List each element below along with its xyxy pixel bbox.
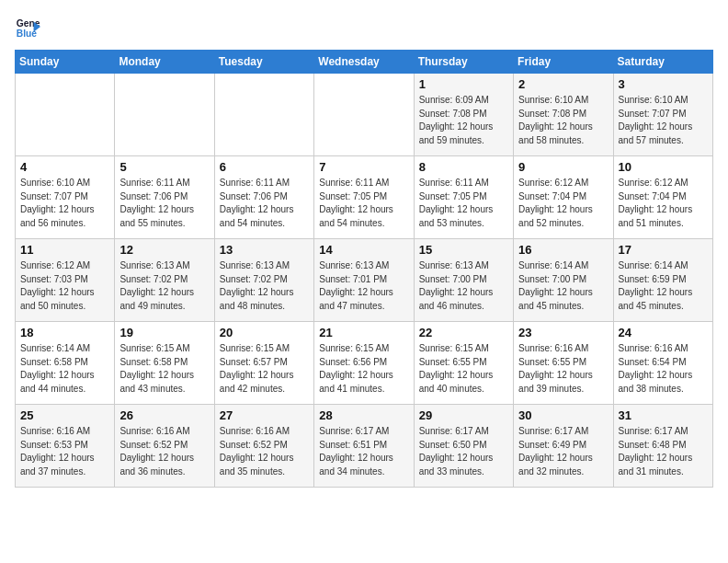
calendar-cell: 2Sunrise: 6:10 AMSunset: 7:08 PMDaylight… <box>514 74 613 156</box>
day-number: 12 <box>119 243 209 257</box>
day-detail: Sunrise: 6:11 AMSunset: 7:06 PMDaylight:… <box>119 177 209 230</box>
calendar-body: 1Sunrise: 6:09 AMSunset: 7:08 PMDaylight… <box>16 74 713 488</box>
day-detail: Sunrise: 6:13 AMSunset: 7:00 PMDaylight:… <box>419 259 508 313</box>
day-number: 2 <box>518 77 608 91</box>
weekday-header-sunday: Sunday <box>16 51 115 74</box>
day-detail: Sunrise: 6:17 AMSunset: 6:49 PMDaylight:… <box>518 425 608 478</box>
day-number: 23 <box>518 326 608 339</box>
day-detail: Sunrise: 6:15 AMSunset: 6:57 PMDaylight:… <box>220 342 309 396</box>
calendar-cell: 5Sunrise: 6:11 AMSunset: 7:06 PMDaylight… <box>115 156 214 239</box>
weekday-header-friday: Friday <box>514 51 613 74</box>
day-detail: Sunrise: 6:14 AMSunset: 6:59 PMDaylight:… <box>619 259 708 313</box>
day-detail: Sunrise: 6:15 AMSunset: 6:55 PMDaylight:… <box>419 342 508 396</box>
calendar-cell: 16Sunrise: 6:14 AMSunset: 7:00 PMDayligh… <box>514 239 613 322</box>
day-number: 17 <box>619 243 708 257</box>
day-number: 25 <box>20 408 109 422</box>
calendar-cell: 27Sunrise: 6:16 AMSunset: 6:52 PMDayligh… <box>214 405 313 488</box>
calendar-week-row: 1Sunrise: 6:09 AMSunset: 7:08 PMDaylight… <box>16 74 713 156</box>
weekday-header-monday: Monday <box>115 51 214 74</box>
calendar-week-row: 11Sunrise: 6:12 AMSunset: 7:03 PMDayligh… <box>16 239 713 322</box>
day-number: 6 <box>220 160 309 174</box>
calendar-cell <box>314 74 414 156</box>
day-detail: Sunrise: 6:12 AMSunset: 7:04 PMDaylight:… <box>518 177 608 230</box>
day-number: 20 <box>220 326 309 339</box>
calendar-cell: 26Sunrise: 6:16 AMSunset: 6:52 PMDayligh… <box>115 405 214 488</box>
day-number: 16 <box>518 243 608 257</box>
calendar-cell: 24Sunrise: 6:16 AMSunset: 6:54 PMDayligh… <box>613 322 712 405</box>
weekday-header-row: SundayMondayTuesdayWednesdayThursdayFrid… <box>16 51 713 74</box>
day-number: 3 <box>619 77 708 91</box>
calendar-cell: 29Sunrise: 6:17 AMSunset: 6:50 PMDayligh… <box>414 405 513 488</box>
calendar-cell: 18Sunrise: 6:14 AMSunset: 6:58 PMDayligh… <box>16 322 115 405</box>
day-detail: Sunrise: 6:11 AMSunset: 7:05 PMDaylight:… <box>319 177 408 230</box>
day-number: 19 <box>119 326 209 339</box>
day-number: 21 <box>319 326 408 339</box>
day-detail: Sunrise: 6:13 AMSunset: 7:01 PMDaylight:… <box>319 259 408 313</box>
day-number: 4 <box>20 160 109 174</box>
calendar-cell: 21Sunrise: 6:15 AMSunset: 6:56 PMDayligh… <box>314 322 414 405</box>
weekday-header-tuesday: Tuesday <box>214 51 313 74</box>
day-detail: Sunrise: 6:17 AMSunset: 6:51 PMDaylight:… <box>319 425 408 478</box>
logo: General Blue <box>15 15 40 40</box>
day-detail: Sunrise: 6:09 AMSunset: 7:08 PMDaylight:… <box>419 94 508 147</box>
day-number: 13 <box>220 243 309 257</box>
calendar-header: SundayMondayTuesdayWednesdayThursdayFrid… <box>16 51 713 74</box>
day-number: 11 <box>20 243 109 257</box>
day-detail: Sunrise: 6:16 AMSunset: 6:52 PMDaylight:… <box>119 425 209 478</box>
day-detail: Sunrise: 6:10 AMSunset: 7:08 PMDaylight:… <box>518 94 608 147</box>
day-number: 24 <box>619 326 708 339</box>
day-number: 1 <box>419 77 508 91</box>
weekday-header-saturday: Saturday <box>613 51 712 74</box>
calendar-cell: 30Sunrise: 6:17 AMSunset: 6:49 PMDayligh… <box>514 405 613 488</box>
day-detail: Sunrise: 6:16 AMSunset: 6:53 PMDaylight:… <box>20 425 109 478</box>
day-detail: Sunrise: 6:13 AMSunset: 7:02 PMDaylight:… <box>119 259 209 313</box>
calendar-cell: 13Sunrise: 6:13 AMSunset: 7:02 PMDayligh… <box>214 239 313 322</box>
calendar-week-row: 18Sunrise: 6:14 AMSunset: 6:58 PMDayligh… <box>16 322 713 405</box>
day-detail: Sunrise: 6:14 AMSunset: 6:58 PMDaylight:… <box>20 342 109 396</box>
calendar-week-row: 25Sunrise: 6:16 AMSunset: 6:53 PMDayligh… <box>16 405 713 488</box>
day-number: 29 <box>419 408 508 422</box>
calendar-cell <box>214 74 313 156</box>
calendar-cell <box>115 74 214 156</box>
day-number: 31 <box>619 408 708 422</box>
calendar-cell: 6Sunrise: 6:11 AMSunset: 7:06 PMDaylight… <box>214 156 313 239</box>
calendar-week-row: 4Sunrise: 6:10 AMSunset: 7:07 PMDaylight… <box>16 156 713 239</box>
day-detail: Sunrise: 6:17 AMSunset: 6:50 PMDaylight:… <box>419 425 508 478</box>
day-number: 9 <box>518 160 608 174</box>
weekday-header-thursday: Thursday <box>414 51 513 74</box>
calendar-cell: 10Sunrise: 6:12 AMSunset: 7:04 PMDayligh… <box>613 156 712 239</box>
day-detail: Sunrise: 6:12 AMSunset: 7:04 PMDaylight:… <box>619 177 708 230</box>
day-detail: Sunrise: 6:16 AMSunset: 6:55 PMDaylight:… <box>518 342 608 396</box>
calendar-cell: 4Sunrise: 6:10 AMSunset: 7:07 PMDaylight… <box>16 156 115 239</box>
calendar-cell: 17Sunrise: 6:14 AMSunset: 6:59 PMDayligh… <box>613 239 712 322</box>
day-number: 14 <box>319 243 408 257</box>
weekday-header-wednesday: Wednesday <box>314 51 414 74</box>
day-detail: Sunrise: 6:13 AMSunset: 7:02 PMDaylight:… <box>220 259 309 313</box>
day-detail: Sunrise: 6:14 AMSunset: 7:00 PMDaylight:… <box>518 259 608 313</box>
calendar-table: SundayMondayTuesdayWednesdayThursdayFrid… <box>15 50 713 488</box>
calendar-cell: 3Sunrise: 6:10 AMSunset: 7:07 PMDaylight… <box>613 74 712 156</box>
calendar-cell: 12Sunrise: 6:13 AMSunset: 7:02 PMDayligh… <box>115 239 214 322</box>
calendar-cell: 9Sunrise: 6:12 AMSunset: 7:04 PMDaylight… <box>514 156 613 239</box>
calendar-cell: 19Sunrise: 6:15 AMSunset: 6:58 PMDayligh… <box>115 322 214 405</box>
calendar-cell: 28Sunrise: 6:17 AMSunset: 6:51 PMDayligh… <box>314 405 414 488</box>
day-detail: Sunrise: 6:15 AMSunset: 6:56 PMDaylight:… <box>319 342 408 396</box>
day-number: 22 <box>419 326 508 339</box>
day-number: 18 <box>20 326 109 339</box>
page-header: General Blue <box>15 15 713 40</box>
day-number: 28 <box>319 408 408 422</box>
day-detail: Sunrise: 6:17 AMSunset: 6:48 PMDaylight:… <box>619 425 708 478</box>
calendar-cell: 31Sunrise: 6:17 AMSunset: 6:48 PMDayligh… <box>613 405 712 488</box>
calendar-cell <box>16 74 115 156</box>
day-detail: Sunrise: 6:12 AMSunset: 7:03 PMDaylight:… <box>20 259 109 313</box>
calendar-cell: 22Sunrise: 6:15 AMSunset: 6:55 PMDayligh… <box>414 322 513 405</box>
logo-icon: General Blue <box>15 15 40 40</box>
calendar-cell: 1Sunrise: 6:09 AMSunset: 7:08 PMDaylight… <box>414 74 513 156</box>
calendar-cell: 15Sunrise: 6:13 AMSunset: 7:00 PMDayligh… <box>414 239 513 322</box>
calendar-cell: 20Sunrise: 6:15 AMSunset: 6:57 PMDayligh… <box>214 322 313 405</box>
day-detail: Sunrise: 6:15 AMSunset: 6:58 PMDaylight:… <box>119 342 209 396</box>
calendar-cell: 14Sunrise: 6:13 AMSunset: 7:01 PMDayligh… <box>314 239 414 322</box>
day-detail: Sunrise: 6:10 AMSunset: 7:07 PMDaylight:… <box>619 94 708 147</box>
calendar-cell: 23Sunrise: 6:16 AMSunset: 6:55 PMDayligh… <box>514 322 613 405</box>
day-number: 7 <box>319 160 408 174</box>
